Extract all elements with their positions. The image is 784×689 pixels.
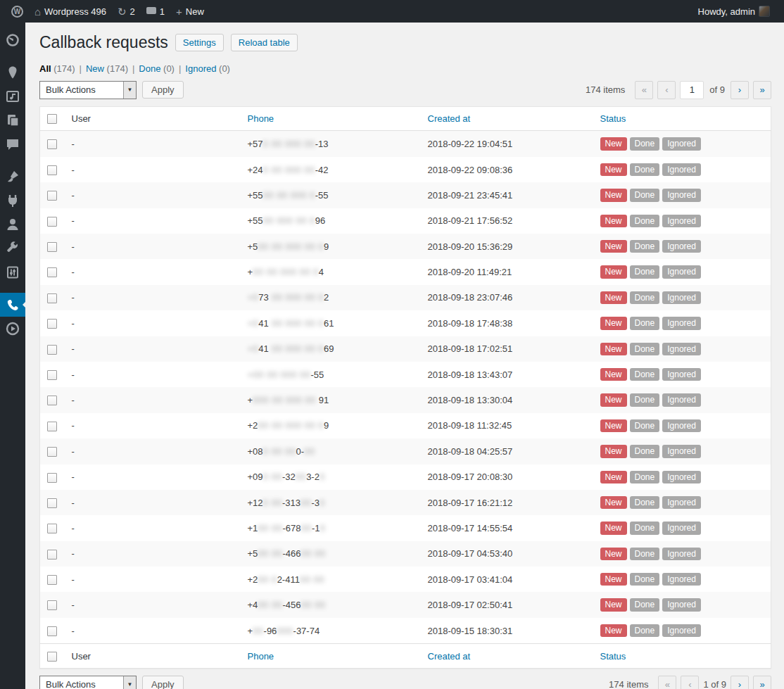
bulk-actions-select-bottom[interactable]: Bulk Actions ▼ bbox=[39, 676, 137, 689]
column-header-created-at[interactable]: Created at bbox=[421, 106, 593, 131]
status-badge-new[interactable]: New bbox=[600, 598, 627, 611]
row-checkbox[interactable] bbox=[47, 191, 57, 201]
status-badge-ignored[interactable]: Ignored bbox=[662, 393, 701, 406]
status-badge-done[interactable]: Done bbox=[630, 393, 660, 406]
bulk-actions-select[interactable]: Bulk Actions ▼ bbox=[39, 81, 137, 99]
status-badge-ignored[interactable]: Ignored bbox=[662, 445, 701, 457]
status-badge-new[interactable]: New bbox=[600, 624, 627, 637]
status-badge-new[interactable]: New bbox=[600, 163, 627, 176]
comments-link[interactable]: 1 bbox=[141, 0, 170, 23]
row-checkbox[interactable] bbox=[47, 575, 57, 585]
sidebar-item-users[interactable] bbox=[0, 213, 25, 236]
status-badge-new[interactable]: New bbox=[600, 445, 627, 457]
status-badge-done[interactable]: Done bbox=[630, 189, 660, 201]
last-page-button[interactable]: » bbox=[753, 81, 771, 99]
status-badge-ignored[interactable]: Ignored bbox=[662, 163, 701, 176]
status-badge-ignored[interactable]: Ignored bbox=[662, 419, 701, 432]
status-badge-done[interactable]: Done bbox=[630, 137, 660, 150]
column-header-status[interactable]: Status bbox=[593, 644, 771, 669]
sidebar-item-settings[interactable] bbox=[0, 260, 25, 284]
status-badge-ignored[interactable]: Ignored bbox=[662, 522, 701, 534]
row-checkbox[interactable] bbox=[47, 242, 57, 252]
select-all-checkbox[interactable] bbox=[47, 652, 57, 662]
status-badge-ignored[interactable]: Ignored bbox=[662, 215, 701, 227]
first-page-button[interactable]: « bbox=[635, 81, 653, 99]
first-page-button-bottom[interactable]: « bbox=[658, 676, 676, 689]
sidebar-item-player[interactable] bbox=[0, 317, 25, 341]
status-badge-ignored[interactable]: Ignored bbox=[662, 240, 701, 253]
row-checkbox[interactable] bbox=[47, 370, 57, 380]
status-badge-done[interactable]: Done bbox=[630, 163, 660, 176]
row-checkbox[interactable] bbox=[47, 396, 57, 405]
column-header-phone[interactable]: Phone bbox=[241, 106, 421, 131]
status-badge-ignored[interactable]: Ignored bbox=[662, 189, 701, 201]
row-checkbox[interactable] bbox=[47, 600, 57, 610]
apply-button[interactable]: Apply bbox=[142, 81, 184, 99]
last-page-button-bottom[interactable]: » bbox=[753, 676, 771, 689]
settings-button[interactable]: Settings bbox=[175, 34, 224, 51]
row-checkbox[interactable] bbox=[47, 217, 57, 227]
status-badge-ignored[interactable]: Ignored bbox=[662, 343, 701, 355]
row-checkbox[interactable] bbox=[47, 524, 57, 533]
row-checkbox[interactable] bbox=[47, 473, 57, 483]
select-all-checkbox[interactable] bbox=[47, 114, 57, 124]
status-badge-new[interactable]: New bbox=[600, 343, 627, 355]
filter-new[interactable]: New (174) bbox=[86, 63, 128, 74]
sidebar-item-pages[interactable] bbox=[0, 108, 25, 132]
status-badge-done[interactable]: Done bbox=[630, 445, 660, 457]
status-badge-new[interactable]: New bbox=[600, 368, 627, 381]
status-badge-ignored[interactable]: Ignored bbox=[662, 471, 701, 483]
status-badge-done[interactable]: Done bbox=[630, 317, 660, 329]
status-badge-new[interactable]: New bbox=[600, 471, 627, 483]
sidebar-item-plugins[interactable] bbox=[0, 189, 25, 213]
status-badge-new[interactable]: New bbox=[600, 548, 627, 560]
new-content-link[interactable]: + New bbox=[170, 0, 210, 23]
status-badge-new[interactable]: New bbox=[600, 317, 627, 329]
updates-link[interactable]: ↻ 2 bbox=[112, 0, 141, 23]
column-header-status[interactable]: Status bbox=[593, 106, 771, 131]
status-badge-new[interactable]: New bbox=[600, 522, 627, 534]
row-checkbox[interactable] bbox=[47, 498, 57, 508]
row-checkbox[interactable] bbox=[47, 626, 57, 636]
filter-all[interactable]: All (174) bbox=[39, 63, 75, 74]
next-page-button[interactable]: › bbox=[731, 81, 749, 99]
sidebar-item-callback-requests[interactable] bbox=[0, 293, 25, 317]
next-page-button-bottom[interactable]: › bbox=[731, 676, 749, 689]
wordpress-menu[interactable]: W bbox=[6, 0, 29, 23]
status-badge-done[interactable]: Done bbox=[630, 471, 660, 483]
status-badge-done[interactable]: Done bbox=[630, 624, 660, 637]
status-badge-done[interactable]: Done bbox=[630, 496, 660, 509]
sidebar-item-tools[interactable] bbox=[0, 236, 25, 260]
status-badge-new[interactable]: New bbox=[600, 265, 627, 278]
status-badge-done[interactable]: Done bbox=[630, 368, 660, 381]
status-badge-ignored[interactable]: Ignored bbox=[662, 317, 701, 329]
sidebar-item-dashboard[interactable] bbox=[0, 28, 25, 52]
reload-table-button[interactable]: Reload table bbox=[231, 34, 298, 51]
status-badge-done[interactable]: Done bbox=[630, 548, 660, 560]
status-badge-ignored[interactable]: Ignored bbox=[662, 573, 701, 586]
status-badge-done[interactable]: Done bbox=[630, 573, 660, 586]
status-badge-done[interactable]: Done bbox=[630, 215, 660, 227]
row-checkbox[interactable] bbox=[47, 422, 57, 431]
status-badge-ignored[interactable]: Ignored bbox=[662, 368, 701, 381]
current-page-input[interactable] bbox=[680, 81, 704, 99]
status-badge-ignored[interactable]: Ignored bbox=[662, 291, 701, 304]
my-account-link[interactable]: Howdy, admin bbox=[693, 0, 776, 23]
row-checkbox[interactable] bbox=[47, 447, 57, 457]
status-badge-new[interactable]: New bbox=[600, 573, 627, 586]
status-badge-ignored[interactable]: Ignored bbox=[662, 624, 701, 637]
column-header-created-at[interactable]: Created at bbox=[421, 644, 593, 669]
apply-button-bottom[interactable]: Apply bbox=[142, 676, 184, 689]
status-badge-ignored[interactable]: Ignored bbox=[662, 496, 701, 509]
row-checkbox[interactable] bbox=[47, 550, 57, 560]
row-checkbox[interactable] bbox=[47, 319, 57, 329]
status-badge-new[interactable]: New bbox=[600, 393, 627, 406]
status-badge-new[interactable]: New bbox=[600, 215, 627, 227]
status-badge-done[interactable]: Done bbox=[630, 240, 660, 253]
prev-page-button[interactable]: ‹ bbox=[657, 81, 676, 99]
status-badge-ignored[interactable]: Ignored bbox=[662, 598, 701, 611]
row-checkbox[interactable] bbox=[47, 267, 57, 277]
site-name-link[interactable]: ⌂ Wordpress 496 bbox=[29, 0, 112, 23]
status-badge-done[interactable]: Done bbox=[630, 419, 660, 432]
row-checkbox[interactable] bbox=[47, 345, 57, 355]
